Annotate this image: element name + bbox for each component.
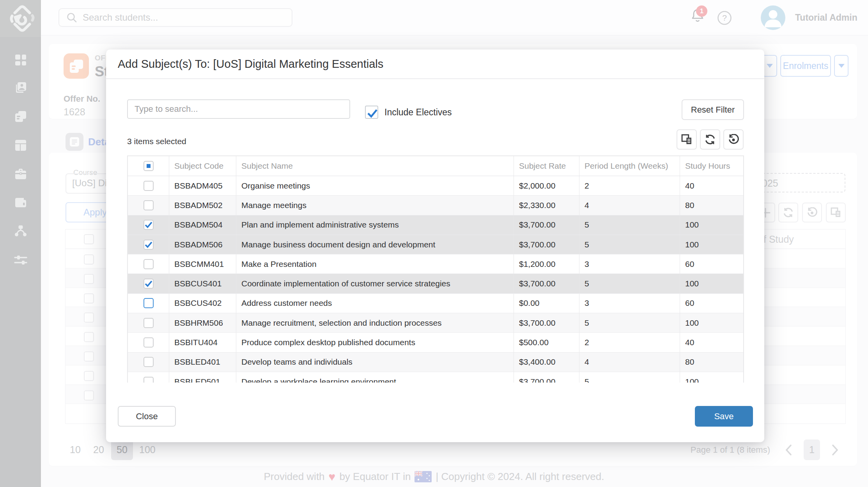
column-header-period-length[interactable]: Period Length (Weeks) bbox=[579, 156, 680, 176]
cell-subject-name: Develop a workplace learning environment bbox=[236, 372, 514, 383]
dialog-title: Add Subject(s) To: [UoS] Digital Marketi… bbox=[118, 49, 753, 78]
column-header-subject-code[interactable]: Subject Code bbox=[169, 156, 236, 176]
cell-subject-code: BSBCUS402 bbox=[169, 294, 236, 313]
page-size-100[interactable]: 100 bbox=[135, 439, 160, 460]
row-checkbox[interactable] bbox=[143, 200, 154, 210]
table-row[interactable]: BSBCMM401 Make a Presentation $1,200.00 … bbox=[128, 254, 743, 274]
offer-no-label: Offer No. bbox=[64, 94, 100, 104]
revert-icon bbox=[728, 134, 739, 145]
layout-icon[interactable] bbox=[0, 139, 41, 152]
cell-period-length: 5 bbox=[579, 235, 680, 254]
bg-row-checkbox[interactable] bbox=[84, 312, 94, 323]
include-electives-checkbox[interactable] bbox=[365, 106, 378, 119]
reset-filter-button[interactable]: Reset Filter bbox=[682, 99, 744, 120]
page-size-50[interactable]: 50 bbox=[111, 439, 133, 460]
bg-row-checkbox[interactable] bbox=[84, 351, 94, 362]
bg-row-checkbox[interactable] bbox=[84, 371, 94, 381]
refresh-button[interactable] bbox=[700, 129, 720, 150]
row-checkbox[interactable] bbox=[143, 318, 154, 328]
column-header-subject-name[interactable]: Subject Name bbox=[236, 156, 514, 176]
table-row[interactable]: BSBADM502 Manage meetings $2,330.00 4 80 bbox=[128, 196, 743, 215]
page-size-20[interactable]: 20 bbox=[88, 439, 110, 460]
row-checkbox[interactable] bbox=[143, 377, 154, 383]
cell-subject-rate: $3,700.00 bbox=[514, 235, 579, 254]
table-row[interactable]: BSBITU404 Produce complex desktop publis… bbox=[128, 333, 743, 352]
cell-subject-rate: $2,330.00 bbox=[514, 196, 579, 215]
save-button[interactable]: Save bbox=[695, 406, 753, 427]
notifications-button[interactable]: 1 bbox=[691, 8, 712, 30]
students-search-input[interactable]: Search students... bbox=[58, 8, 292, 27]
offer-actions-dropdown[interactable] bbox=[762, 55, 777, 77]
current-page-button[interactable]: 1 bbox=[804, 439, 820, 460]
table-row[interactable]: BSBLED501 Develop a workplace learning e… bbox=[128, 372, 743, 383]
user-avatar[interactable] bbox=[761, 5, 785, 30]
include-electives-option[interactable]: Include Electives bbox=[365, 106, 452, 119]
column-chooser-button[interactable] bbox=[677, 129, 697, 150]
offer-no-value: 1628 bbox=[64, 106, 85, 118]
row-checkbox[interactable] bbox=[143, 357, 154, 367]
table-row[interactable]: BSBHRM506 Manage recruitment, selection … bbox=[128, 313, 743, 333]
dialog-title-divider bbox=[106, 78, 764, 79]
bg-row-checkbox[interactable] bbox=[84, 254, 94, 265]
row-checkbox[interactable] bbox=[143, 298, 154, 308]
cell-period-length: 3 bbox=[579, 294, 680, 313]
wallet-icon[interactable] bbox=[0, 196, 41, 209]
revert-button[interactable] bbox=[723, 129, 744, 150]
sidebar bbox=[0, 0, 41, 487]
bg-revert-button[interactable] bbox=[802, 203, 822, 222]
cell-subject-rate: $2,000.00 bbox=[514, 176, 579, 195]
bg-row-checkbox[interactable] bbox=[84, 293, 94, 303]
row-checkbox[interactable] bbox=[143, 240, 154, 250]
cell-subject-name: Manage recruitment, selection and induct… bbox=[236, 313, 514, 332]
row-checkbox[interactable] bbox=[143, 181, 154, 191]
cell-subject-name: Address customer needs bbox=[236, 294, 514, 313]
table-row[interactable]: BSBADM506 Manage business document desig… bbox=[128, 235, 743, 254]
chevron-right-icon[interactable] bbox=[832, 445, 839, 455]
offers-icon[interactable] bbox=[0, 110, 41, 123]
cell-subject-rate: $500.00 bbox=[514, 333, 579, 352]
bg-refresh-button[interactable] bbox=[778, 203, 798, 222]
cell-subject-rate: $3,700.00 bbox=[514, 313, 579, 332]
column-header-subject-rate[interactable]: Subject Rate bbox=[514, 156, 579, 176]
revert-icon bbox=[807, 207, 817, 218]
table-row[interactable]: BSBLED401 Develop teams and individuals … bbox=[128, 353, 743, 372]
table-row[interactable]: BSBADM405 Organise meetings $2,000.00 2 … bbox=[128, 176, 743, 196]
add-subjects-dialog: Add Subject(s) To: [UoS] Digital Marketi… bbox=[106, 49, 764, 442]
row-checkbox[interactable] bbox=[143, 220, 154, 230]
selection-summary: 3 items selected bbox=[127, 132, 186, 151]
bg-row-checkbox[interactable] bbox=[84, 332, 94, 342]
cell-period-length: 4 bbox=[579, 196, 680, 215]
students-icon[interactable] bbox=[0, 81, 41, 94]
column-header-study-hours[interactable]: Study Hours bbox=[680, 156, 743, 176]
table-row[interactable]: BSBADM504 Plan and implement administrat… bbox=[128, 215, 743, 235]
app-logo[interactable] bbox=[0, 0, 41, 37]
cell-subject-name: Coordinate implementation of customer se… bbox=[236, 274, 514, 293]
bg-select-all-checkbox[interactable] bbox=[84, 234, 94, 244]
close-button[interactable]: Close bbox=[118, 406, 176, 427]
page-size-10[interactable]: 10 bbox=[64, 439, 86, 460]
help-button[interactable]: ? bbox=[717, 11, 732, 27]
row-checkbox[interactable] bbox=[143, 279, 154, 289]
cell-subject-code: BSBADM506 bbox=[169, 235, 236, 254]
settings-sliders-icon[interactable] bbox=[0, 254, 41, 266]
dashboard-icon[interactable] bbox=[0, 54, 41, 66]
user-name[interactable]: Tutorial Admin bbox=[795, 0, 857, 35]
select-all-checkbox[interactable] bbox=[143, 161, 154, 171]
bg-grid-header-label: f Study bbox=[763, 229, 794, 249]
cell-subject-rate: $0.00 bbox=[514, 294, 579, 313]
enrolments-button[interactable]: Enrolments bbox=[780, 55, 831, 77]
chevron-left-icon[interactable] bbox=[785, 445, 792, 455]
notification-badge: 1 bbox=[696, 5, 707, 17]
briefcase-icon[interactable] bbox=[0, 168, 41, 180]
enrolments-dropdown[interactable] bbox=[834, 55, 849, 77]
table-row[interactable]: BSBCUS402 Address customer needs $0.00 3… bbox=[128, 294, 743, 313]
bg-column-chooser-button[interactable] bbox=[826, 203, 846, 222]
bg-row-checkbox[interactable] bbox=[84, 390, 94, 401]
network-icon[interactable] bbox=[0, 225, 41, 237]
bg-row-checkbox[interactable] bbox=[84, 274, 94, 284]
row-checkbox[interactable] bbox=[143, 259, 154, 269]
cell-period-length: 2 bbox=[579, 333, 680, 352]
table-row[interactable]: BSBCUS401 Coordinate implementation of c… bbox=[128, 274, 743, 293]
subject-search-input[interactable]: Type to search... bbox=[127, 99, 350, 119]
row-checkbox[interactable] bbox=[143, 337, 154, 348]
